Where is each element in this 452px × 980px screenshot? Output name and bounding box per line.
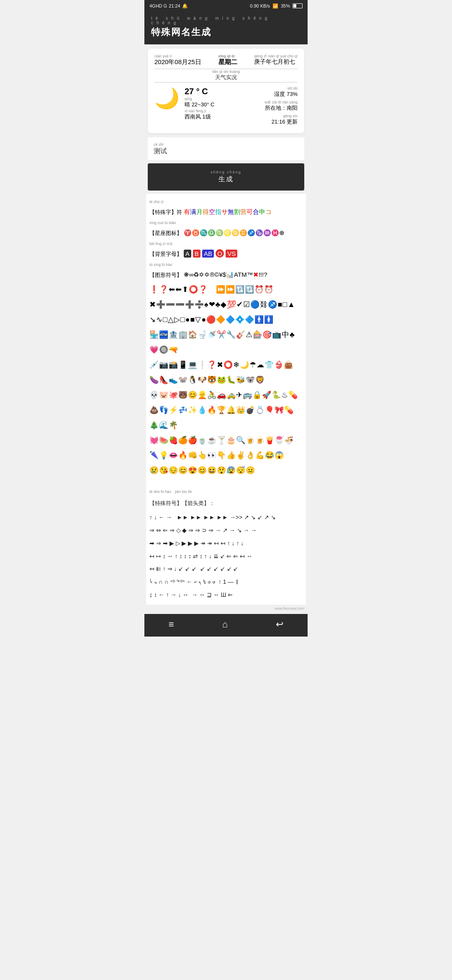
nav-back-button[interactable]: ↩: [276, 619, 283, 630]
network-speed: 0.90 KB/s: [250, 3, 270, 8]
status-time: 21:24: [169, 3, 180, 8]
network-indicator: 4GHD G: [149, 3, 167, 8]
nav-menu-button[interactable]: ≡: [169, 619, 174, 630]
weather-right: shī dù 湿度 73% suǒ zài dì nán yáng 所在地：南阳…: [265, 87, 298, 128]
weather-icon: 🌙: [154, 88, 180, 108]
weather-date: nián yuè rì 2020年08月25日: [154, 54, 201, 66]
arrow-row-6: ↳ ↴ ∩ ∩ ༺ལ༻ ← ↩ ↰ ↯ ↺ ↺ ↑ 1 — ‖: [149, 575, 303, 588]
arrow-row-4: ↤ ↦ ↕ ↔ ↑ ↕ ↕ ↕ ⇄ ↕ ↑ ↓ ⇊ ↙ ⇐ ⇐ ↤ ↔: [149, 550, 303, 563]
watermark: www.feixuew.com: [144, 606, 308, 611]
gen-button-label: 生成: [218, 175, 234, 183]
emoji-row-9: 💓🍉🍓🍊🍎🍵☕🍸🎂🔍🍺🍺🍟🍧🍜: [149, 433, 303, 448]
shape-row: tú xíng fú hào 【图形符号】 ❋∞♻✡✡®©¥$📊ATM™✖!!!…: [149, 261, 303, 281]
emoji-row-1: ❗❓⬅⬅⬆⭕❓ ⏩⏩🔃🔃⏰⏰: [149, 282, 303, 297]
arrow-row-3: ➡ ⇒ ➡ ▶ ▷ ▶ ▶ ▶ ↠ ↠ ↤ ↤ ↑ ↓ ↑ ↓: [149, 537, 303, 550]
weather-temperature: 27 ° C: [185, 87, 259, 96]
weather-update-time: gēng xīn 21:16 更新: [265, 114, 298, 126]
battery-text: 35%: [281, 3, 290, 8]
bg-letters-row: bèi líng zì mǔ 【背景字母】 A B AB O VS: [149, 240, 303, 260]
zodiac-row: xīng zuò tú biāo 【星座图标】 ♈♉♏♎♍♌♋♊♐♑♒♓⊕: [149, 219, 303, 239]
symbol-section: tè zhū zì 【特殊字】符 有满月得空指サ無割营可合申コ xīng zuò…: [146, 194, 306, 482]
arrow-section: tè shū fú hào jiàn tóu lèi 【特殊符号】【箭头类】： …: [146, 482, 306, 605]
battery-icon: [293, 3, 303, 8]
input-area: cè shì 测试: [148, 137, 304, 160]
weather-divider: tiān qì shí kuàng 天气实况: [154, 69, 298, 83]
weather-wind: xī nán fēng jí 西南风 1级: [185, 109, 259, 121]
weather-main: 27 ° C qíng 晴 22~30° C xī nán fēng jí 西南…: [185, 87, 259, 121]
emoji-row-10: 🌂💡👄🔥👊👆👀👇👍✌👌💪😂😱: [149, 448, 303, 463]
special-chars-row: tè zhū zì 【特殊字】符 有满月得空指サ無割营可合申コ: [149, 198, 303, 218]
notification-icon: 🔔: [182, 3, 188, 9]
weather-weekday: xīng qī èr 星期二: [218, 54, 237, 66]
weather-location: suǒ zài dì nán yáng 所在地：南阳: [265, 101, 298, 112]
status-right: 0.90 KB/s 📶 35%: [250, 3, 303, 9]
arrow-title: tè shū fú hào jiàn tóu lèi 【特殊符号】【箭头类】：: [149, 485, 303, 509]
weather-content: 🌙 27 ° C qíng 晴 22~30° C xī nán fēng jí …: [154, 87, 298, 128]
gen-button-pinyin: shēng chéng: [154, 170, 298, 174]
emoji-row-4: 🏪🏧🏦🏢🏠🚽🚿✂️🔧🎸⚠🎰🎯📺中♣💗🔘🔫: [149, 327, 303, 357]
arrow-row-7: ↨ ↕ ← ↑ → ↓ ↔ → ↔ ⊒ ↔ Ш ⇐: [149, 588, 303, 601]
app-title: 特殊网名生成: [151, 26, 301, 39]
nav-home-button[interactable]: ⌂: [222, 619, 228, 630]
emoji-row-7: 💀🐷🐙🐻😊👱🚴🚗🚕✈🚌🔒🚀🐍♨💊: [149, 387, 303, 402]
weather-card: nián yuè rì 2020年08月25日 xīng qī èr 星期二 g…: [148, 49, 304, 133]
name-input[interactable]: 测试: [154, 147, 298, 155]
arrow-row-1: ↑ ↓ ← → ►► ►► ►► ►► →>> ↗ ↘ ↙ ↗ ↘: [149, 511, 303, 524]
status-bar: 4GHD G 21:24 🔔 0.90 KB/s 📶 35%: [144, 0, 308, 12]
generate-button[interactable]: shēng chéng 生成: [148, 163, 304, 191]
app-title-pinyin: tè shū wǎng míng shēng chéng: [151, 16, 301, 25]
nav-bar: ≡ ⌂ ↩: [144, 614, 308, 637]
weather-humidity: shī dù 湿度 73%: [265, 87, 298, 98]
emoji-row-6: 🍆👠👟🐭🐧🐶🐯🐸🐛🐝🐨🦁: [149, 372, 303, 387]
arrow-row-5: ⤆ ⇇ ↑ ⇒ ↓ ↙ ↙ ↙ ↙ ↙ ↙ ↙ ↙ ↙: [149, 562, 303, 575]
weather-lunar: gēng zǐ nián qī yuè chū qī 庚子年七月初七: [254, 54, 298, 66]
weather-range: qíng 晴 22~30° C: [185, 97, 259, 108]
input-pinyin: cè shì: [154, 142, 298, 147]
emoji-row-5: 💉📷📸📱💻❕❓✖⭕❄🌙☂☁👕👙👜: [149, 357, 303, 372]
app-header: tè shū wǎng míng shēng chéng 特殊网名生成: [144, 12, 308, 44]
emoji-row-8: 💩👣⚡💤✨💧🔥🏆🔔👑💣💍🎈🎀💊🎄🌊🌴: [149, 402, 303, 433]
emoji-row-2: ✖➕➖➖➕➗♠❤♣◆💯✔☑🔵⛓♐■□▲: [149, 297, 303, 312]
status-left: 4GHD G 21:24 🔔: [149, 3, 188, 9]
weather-date-row: nián yuè rì 2020年08月25日 xīng qī èr 星期二 g…: [154, 54, 298, 66]
arrow-row-2: ⇒ ⇔ ⇐ ⇒ ◇ ◆ ⇒ ⇒ ⊃ ⇒ → ↗ → ↘ → →: [149, 524, 303, 537]
emoji-row-11: 😢😘😔😊😍😊😆😲😰😴😐: [149, 463, 303, 478]
wifi-icon: 📶: [272, 3, 278, 9]
emoji-row-3: ↘∿□△▷□●■▽●🔴🔶🔷💠🔷🚹🚺: [149, 312, 303, 327]
